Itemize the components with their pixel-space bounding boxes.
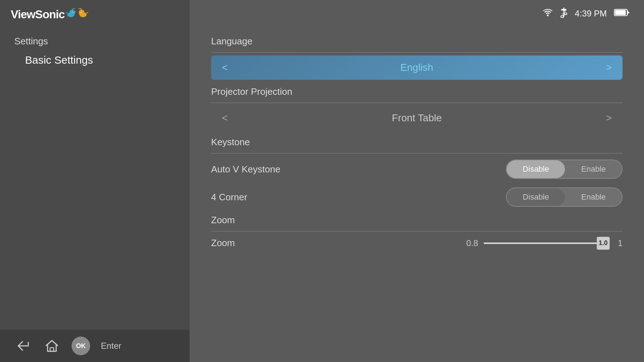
zoom-slider-fill xyxy=(484,243,609,244)
zoom-divider xyxy=(211,231,623,231)
content-area: 4:39 PM Language < English > Projector P… xyxy=(190,0,644,362)
projector-value: Front Table xyxy=(392,112,442,124)
sidebar: ViewSonic xyxy=(0,0,190,362)
basic-settings-label[interactable]: Basic Settings xyxy=(0,50,190,70)
svg-point-8 xyxy=(79,10,84,15)
svg-rect-15 xyxy=(561,16,564,18)
svg-point-10 xyxy=(80,11,80,12)
language-left-arrow[interactable]: < xyxy=(222,62,228,73)
zoom-row: Zoom 0.8 1.0 1 xyxy=(211,233,623,253)
four-corner-toggle[interactable]: Disable Enable xyxy=(506,187,623,207)
zoom-current-value: 1.0 xyxy=(599,239,608,247)
language-value: English xyxy=(400,62,433,73)
language-divider xyxy=(211,52,623,53)
language-right-arrow[interactable]: > xyxy=(606,62,612,73)
auto-keystone-label: Auto V Keystone xyxy=(211,164,280,175)
auto-keystone-row: Auto V Keystone Disable Enable xyxy=(211,155,623,183)
four-corner-label: 4 Corner xyxy=(211,192,247,203)
svg-point-9 xyxy=(79,11,82,13)
zoom-controls: 0.8 1.0 1 xyxy=(242,238,623,248)
projector-label: Projector Projection xyxy=(211,83,623,101)
svg-point-13 xyxy=(547,14,548,16)
auto-keystone-toggle[interactable]: Disable Enable xyxy=(506,160,623,179)
zoom-max-value: 1 xyxy=(618,238,623,248)
usb-icon xyxy=(560,7,568,20)
svg-marker-1 xyxy=(65,12,67,14)
language-label: Language xyxy=(211,32,623,50)
settings-label[interactable]: Settings xyxy=(0,29,190,50)
projector-row[interactable]: < Front Table > xyxy=(211,106,623,130)
keystone-divider xyxy=(211,153,623,153)
svg-point-2 xyxy=(69,10,75,15)
language-row[interactable]: < English > xyxy=(211,55,623,80)
four-corner-disable-btn[interactable]: Disable xyxy=(507,188,565,206)
ok-button[interactable]: OK xyxy=(72,337,90,355)
zoom-thumb[interactable]: 1.0 xyxy=(597,237,610,250)
auto-keystone-enable-btn[interactable]: Enable xyxy=(565,160,622,178)
logo-area: ViewSonic xyxy=(0,0,190,29)
wifi-icon xyxy=(543,9,553,19)
projector-divider xyxy=(211,103,623,103)
svg-point-3 xyxy=(72,11,74,13)
time-display: 4:39 PM xyxy=(575,9,607,19)
svg-rect-22 xyxy=(615,10,626,15)
svg-marker-7 xyxy=(87,12,89,14)
auto-keystone-disable-btn[interactable]: Disable xyxy=(507,160,565,178)
projector-right-arrow[interactable]: > xyxy=(606,112,612,124)
four-corner-row: 4 Corner Disable Enable xyxy=(211,183,623,211)
bottom-nav: OK Enter xyxy=(0,330,190,362)
logo-text: ViewSonic xyxy=(11,8,64,21)
svg-rect-16 xyxy=(564,13,567,15)
zoom-min-value: 0.8 xyxy=(466,238,478,248)
zoom-control-label: Zoom xyxy=(211,238,235,249)
logo-bird-icon xyxy=(64,4,89,25)
svg-rect-23 xyxy=(628,12,629,13)
zoom-section-label: Zoom xyxy=(211,211,623,229)
enter-label: Enter xyxy=(101,341,121,351)
keystone-label: Keystone xyxy=(211,133,623,151)
zoom-slider-track[interactable]: 1.0 xyxy=(484,243,609,244)
svg-point-4 xyxy=(73,11,74,12)
back-button[interactable] xyxy=(14,337,32,355)
projector-left-arrow[interactable]: < xyxy=(222,112,228,124)
home-button[interactable] xyxy=(43,337,61,355)
ok-label: OK xyxy=(76,342,86,350)
top-bar: 4:39 PM xyxy=(190,0,644,27)
settings-content: Language < English > Projector Projectio… xyxy=(211,32,623,253)
four-corner-enable-btn[interactable]: Enable xyxy=(565,188,622,206)
battery-icon xyxy=(614,8,630,19)
